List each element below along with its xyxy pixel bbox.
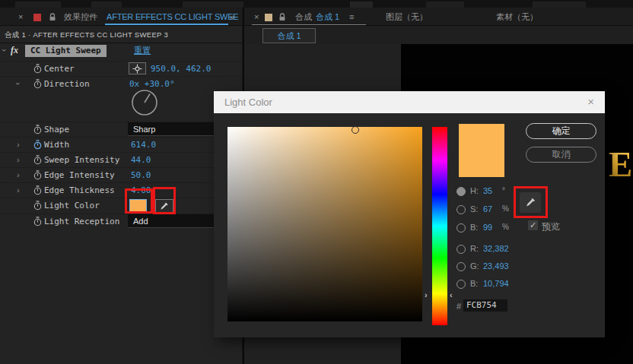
h-value[interactable]: 35 — [483, 186, 492, 195]
param-label: Direction — [44, 79, 90, 89]
preview-label: 预览 — [542, 220, 560, 233]
chevron-right-icon[interactable]: › — [17, 185, 20, 195]
close-icon[interactable]: × — [254, 8, 259, 26]
g-label: G: — [470, 261, 479, 271]
radio-b[interactable] — [456, 223, 466, 233]
param-row-sweep-intensity: › Sweep Intensity 44.0 — [0, 152, 242, 167]
direction-dial[interactable] — [130, 87, 159, 118]
lock-icon[interactable] — [49, 13, 56, 21]
s-label: S: — [470, 204, 478, 214]
tab-layer[interactable]: 图层（无） — [386, 8, 428, 26]
b2-label: B: — [470, 279, 478, 288]
fx-icon: fx — [11, 45, 18, 56]
stopwatch-icon[interactable] — [33, 79, 42, 89]
param-row-shape: Shape Sharp — [0, 122, 242, 137]
comp-viewer-tab[interactable]: 合成 1 — [262, 28, 316, 43]
hex-hash-label: # — [456, 302, 461, 311]
tab-composition-active[interactable]: 合成 1 — [316, 8, 339, 26]
ok-button[interactable]: 确定 — [526, 123, 596, 139]
annotation-box-effect-eyedropper — [153, 187, 176, 214]
h-label: H: — [470, 186, 479, 195]
active-tab-underline — [105, 24, 228, 25]
comp-panel-tabbar: × 合成 合成 1 ≡ 图层（无） 素材（无） — [244, 8, 633, 26]
divider — [0, 43, 242, 43]
param-label: Light Color — [44, 201, 100, 210]
tab-footage[interactable]: 素材（无） — [496, 8, 538, 26]
radio-g[interactable] — [456, 262, 466, 271]
breadcrumb: 合成 1 · AFTER EFFECTS CC LIGHT SWEEP 3 — [5, 27, 168, 43]
radio-r[interactable] — [456, 245, 466, 254]
r-value[interactable]: 32,382 — [483, 244, 509, 253]
hex-input[interactable]: FCB754 — [463, 299, 507, 312]
radio-h[interactable] — [456, 187, 466, 196]
param-label: Edge Thickness — [44, 185, 115, 195]
effect-name[interactable]: CC Light Sweep — [25, 45, 107, 57]
radio-b2[interactable] — [456, 280, 466, 289]
active-tab-underline — [252, 24, 366, 25]
close-icon[interactable]: × — [18, 8, 23, 26]
hue-arrow-left-icon: ‹ — [450, 290, 453, 299]
stopwatch-icon[interactable] — [33, 185, 42, 195]
light-reception-dropdown[interactable]: Add — [128, 214, 222, 228]
effect-controls-panel: × 效果控件 AFTER EFFECTS CC LIGHT SWEE » 合成 … — [0, 8, 242, 364]
stopwatch-icon[interactable] — [33, 125, 42, 135]
panel-overflow-icon[interactable]: » — [230, 8, 234, 26]
app-window: × 效果控件 AFTER EFFECTS CC LIGHT SWEE » 合成 … — [0, 0, 633, 364]
param-value[interactable]: 50.0 — [131, 170, 151, 180]
param-row-width: › Width 614.0 — [0, 137, 242, 152]
radio-s[interactable] — [456, 205, 466, 214]
shape-dropdown[interactable]: Sharp — [128, 122, 222, 136]
chevron-down-icon[interactable]: › — [14, 82, 23, 85]
dialog-titlebar[interactable]: Light Color × — [214, 91, 605, 113]
stopwatch-icon[interactable] — [33, 170, 42, 180]
preview-checkbox[interactable]: ✓ — [528, 220, 538, 230]
param-row-direction: › Direction 0x +30.0° — [0, 76, 242, 91]
r-label: R: — [470, 244, 479, 253]
panel-color-icon — [33, 14, 41, 21]
param-row-edge-intensity: › Edge Intensity 50.0 — [0, 167, 242, 182]
param-value[interactable]: 614.0 — [131, 140, 156, 150]
panel-menu-icon[interactable]: ≡ — [349, 8, 354, 26]
b-unit: % — [502, 223, 509, 231]
stopwatch-icon[interactable] — [33, 64, 42, 74]
chevron-right-icon[interactable]: › — [17, 140, 20, 149]
h-unit: ° — [502, 186, 505, 195]
stopwatch-icon[interactable] — [33, 217, 42, 226]
chevron-down-icon[interactable]: › — [0, 49, 9, 52]
hue-slider[interactable] — [432, 127, 447, 325]
lock-icon[interactable] — [278, 13, 286, 21]
saturation-brightness-field[interactable] — [227, 127, 422, 321]
annotation-box-swatch — [125, 188, 153, 214]
reset-button[interactable]: 重置 — [134, 45, 151, 56]
effect-header-row: › fx CC Light Sweep 重置 — [0, 44, 242, 59]
cancel-button[interactable]: 取消 — [526, 147, 596, 163]
close-icon[interactable]: × — [587, 95, 594, 108]
stopwatch-icon[interactable] — [33, 201, 42, 210]
g-value[interactable]: 23,493 — [483, 261, 509, 271]
picked-color-preview — [459, 124, 504, 177]
param-value[interactable]: 44.0 — [131, 155, 151, 165]
param-row-center: Center 950.0, 462.0 — [0, 61, 242, 76]
param-value[interactable]: 950.0, 462.0 — [151, 64, 211, 74]
chevron-right-icon[interactable]: › — [17, 155, 20, 164]
param-label: Center — [44, 64, 75, 74]
s-value[interactable]: 67 — [483, 204, 492, 214]
param-row-light-color: Light Color — [0, 198, 242, 213]
param-label: Edge Intensity — [44, 170, 115, 180]
tab-effect-controls-label[interactable]: 效果控件 — [64, 8, 97, 26]
s-unit: % — [502, 204, 509, 213]
effect-panel-tabbar: × 效果控件 AFTER EFFECTS CC LIGHT SWEE » — [0, 8, 242, 26]
annotation-box-dialog-eyedropper — [514, 186, 548, 218]
b-value[interactable]: 99 — [483, 223, 492, 232]
b-label: B: — [470, 223, 478, 232]
param-row-light-reception: Light Reception Add — [0, 214, 242, 229]
cropped-toolbar-strip — [0, 0, 633, 8]
tab-composition-label[interactable]: 合成 — [295, 8, 312, 26]
b2-value[interactable]: 10,794 — [483, 279, 509, 288]
color-field-marker[interactable] — [351, 126, 359, 134]
stopwatch-icon[interactable] — [33, 140, 42, 150]
param-label: Sweep Intensity — [44, 155, 119, 165]
point-picker-button[interactable] — [129, 62, 146, 74]
stopwatch-icon[interactable] — [33, 155, 42, 165]
chevron-right-icon[interactable]: › — [17, 170, 20, 179]
